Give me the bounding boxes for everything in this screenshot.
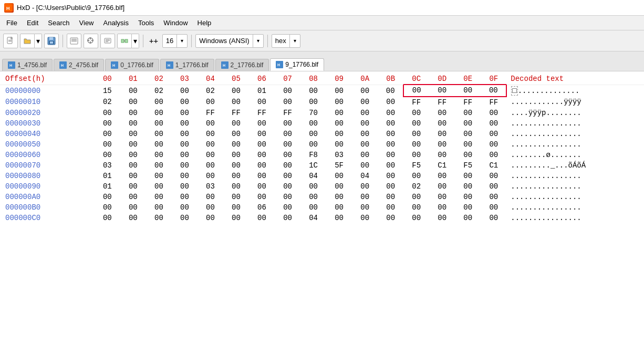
hex-cell-10-8[interactable]: 00 xyxy=(300,192,326,202)
hex-cell-9-8[interactable]: 00 xyxy=(300,181,326,192)
open-button[interactable] xyxy=(20,34,35,48)
hex-cell-4-15[interactable]: 00 xyxy=(481,129,506,139)
file-tab-1[interactable]: H2_4756.blf xyxy=(54,59,104,71)
hex-cell-8-1[interactable]: 00 xyxy=(120,171,146,181)
hex-cell-0-14[interactable]: 00 xyxy=(455,85,481,97)
hex-cell-9-13[interactable]: 00 xyxy=(429,181,455,192)
hex-cell-3-9[interactable]: 00 xyxy=(326,118,352,129)
hex-cell-5-0[interactable]: 00 xyxy=(95,139,120,150)
hex-cell-9-15[interactable]: 00 xyxy=(481,181,506,192)
hex-cell-12-7[interactable]: 00 xyxy=(275,213,300,223)
hex-cell-5-8[interactable]: 00 xyxy=(300,139,326,150)
hex-cell-8-10[interactable]: 04 xyxy=(352,171,378,181)
hex-cell-3-11[interactable]: 00 xyxy=(378,118,403,129)
hex-cell-7-3[interactable]: 00 xyxy=(172,160,198,171)
hex-cell-10-15[interactable]: 00 xyxy=(481,192,506,202)
hex-cell-12-6[interactable]: 00 xyxy=(249,213,275,223)
hex-cell-7-9[interactable]: 5F xyxy=(326,160,352,171)
hex-cell-12-5[interactable]: 00 xyxy=(223,213,249,223)
table-row[interactable]: 000000A000000000000000000000000000000000… xyxy=(0,192,644,202)
hex-cell-2-9[interactable]: 00 xyxy=(326,108,352,118)
hex-cell-5-5[interactable]: 00 xyxy=(223,139,249,150)
hex-cell-12-4[interactable]: 00 xyxy=(198,213,223,223)
hex-cell-4-14[interactable]: 00 xyxy=(455,129,481,139)
hex-cell-5-13[interactable]: 00 xyxy=(429,139,455,150)
table-row[interactable]: 000000C000000000000000000400000000000000… xyxy=(0,213,644,223)
hex-cell-1-8[interactable]: 00 xyxy=(300,97,326,108)
hex-cell-1-5[interactable]: 00 xyxy=(223,97,249,108)
extra-btn-1[interactable] xyxy=(67,34,81,48)
hex-cell-5-9[interactable]: 00 xyxy=(326,139,352,150)
hex-cell-1-1[interactable]: 00 xyxy=(120,97,146,108)
hex-cell-10-10[interactable]: 00 xyxy=(352,192,378,202)
hex-cell-0-6[interactable]: 01 xyxy=(249,85,275,97)
hex-cell-0-3[interactable]: 00 xyxy=(172,85,198,97)
menu-item-view[interactable]: View xyxy=(75,17,98,28)
table-row[interactable]: 0000007003000000000000001C5F0000F5C1F5C1… xyxy=(0,160,644,171)
hex-cell-7-6[interactable]: 00 xyxy=(249,160,275,171)
menu-item-help[interactable]: Help xyxy=(193,17,216,28)
hex-cell-6-11[interactable]: 00 xyxy=(378,150,403,160)
hex-cell-7-14[interactable]: F5 xyxy=(455,160,481,171)
hex-cell-2-15[interactable]: 00 xyxy=(481,108,506,118)
encoding-dropdown-arrow[interactable]: ▾ xyxy=(253,34,263,48)
hex-cell-7-2[interactable]: 00 xyxy=(146,160,172,171)
hex-cell-11-0[interactable]: 00 xyxy=(95,202,120,213)
hex-cell-7-15[interactable]: C1 xyxy=(481,160,506,171)
hex-cell-8-0[interactable]: 01 xyxy=(95,171,120,181)
table-row[interactable]: 0000005000000000000000000000000000000000… xyxy=(0,139,644,150)
hex-cell-0-1[interactable]: 00 xyxy=(120,85,146,97)
hex-cell-1-6[interactable]: 00 xyxy=(249,97,275,108)
hex-cell-4-3[interactable]: 00 xyxy=(172,129,198,139)
hex-cell-9-10[interactable]: 00 xyxy=(352,181,378,192)
extra-btn-4[interactable] xyxy=(117,34,132,48)
hex-cell-6-3[interactable]: 00 xyxy=(172,150,198,160)
hex-cell-5-6[interactable]: 00 xyxy=(249,139,275,150)
file-tab-3[interactable]: H1_17766.blf xyxy=(160,59,214,71)
hex-cell-9-1[interactable]: 00 xyxy=(120,181,146,192)
hex-cell-5-11[interactable]: 00 xyxy=(378,139,403,150)
hex-cell-1-11[interactable]: 00 xyxy=(378,97,403,108)
hex-cell-1-4[interactable]: 00 xyxy=(198,97,223,108)
hex-cell-12-2[interactable]: 00 xyxy=(146,213,172,223)
hex-cell-6-10[interactable]: 00 xyxy=(352,150,378,160)
hex-cell-8-15[interactable]: 00 xyxy=(481,171,506,181)
hex-cell-10-1[interactable]: 00 xyxy=(120,192,146,202)
hex-cell-9-3[interactable]: 00 xyxy=(172,181,198,192)
file-tab-4[interactable]: H2_17766.blf xyxy=(215,59,269,71)
encoding-dropdown[interactable]: Windows (ANSI) ▾ xyxy=(195,34,263,48)
file-tab-2[interactable]: H0_17766.blf xyxy=(105,59,159,71)
hex-cell-11-3[interactable]: 00 xyxy=(172,202,198,213)
hex-cell-7-7[interactable]: 00 xyxy=(275,160,300,171)
hex-cell-7-8[interactable]: 1C xyxy=(300,160,326,171)
hex-cell-3-15[interactable]: 00 xyxy=(481,118,506,129)
hex-cell-4-13[interactable]: 00 xyxy=(429,129,455,139)
hex-cell-6-15[interactable]: 00 xyxy=(481,150,506,160)
hex-cell-2-10[interactable]: 00 xyxy=(352,108,378,118)
table-row[interactable]: 00000010020000000000000000000000FFFFFFFF… xyxy=(0,97,644,108)
hex-cell-11-12[interactable]: 00 xyxy=(403,202,429,213)
hex-cell-5-3[interactable]: 00 xyxy=(172,139,198,150)
hex-cell-1-0[interactable]: 02 xyxy=(95,97,120,108)
hex-cell-4-4[interactable]: 00 xyxy=(198,129,223,139)
hex-cell-1-3[interactable]: 00 xyxy=(172,97,198,108)
hex-cell-2-7[interactable]: FF xyxy=(275,108,300,118)
hex-cell-12-8[interactable]: 04 xyxy=(300,213,326,223)
table-row[interactable]: 0000002000000000FFFFFFFF7000000000000000… xyxy=(0,108,644,118)
hex-cell-12-15[interactable]: 00 xyxy=(481,213,506,223)
open-dropdown-arrow[interactable]: ▾ xyxy=(35,34,42,48)
hex-cell-9-4[interactable]: 03 xyxy=(198,181,223,192)
hex-cell-0-10[interactable]: 00 xyxy=(352,85,378,97)
hex-cell-6-13[interactable]: 00 xyxy=(429,150,455,160)
hex-cell-11-8[interactable]: 00 xyxy=(300,202,326,213)
hex-cell-2-13[interactable]: 00 xyxy=(429,108,455,118)
hex-cell-4-11[interactable]: 00 xyxy=(378,129,403,139)
hex-cell-8-11[interactable]: 00 xyxy=(378,171,403,181)
table-row[interactable]: 0000000015000200020001000000000000000000… xyxy=(0,85,644,97)
hex-cell-3-2[interactable]: 00 xyxy=(146,118,172,129)
hex-cell-4-1[interactable]: 00 xyxy=(120,129,146,139)
hex-cell-3-5[interactable]: 00 xyxy=(223,118,249,129)
mode-dropdown[interactable]: hex ▾ xyxy=(272,34,300,48)
hex-cell-2-6[interactable]: FF xyxy=(249,108,275,118)
menu-item-analysis[interactable]: Analysis xyxy=(99,17,133,28)
